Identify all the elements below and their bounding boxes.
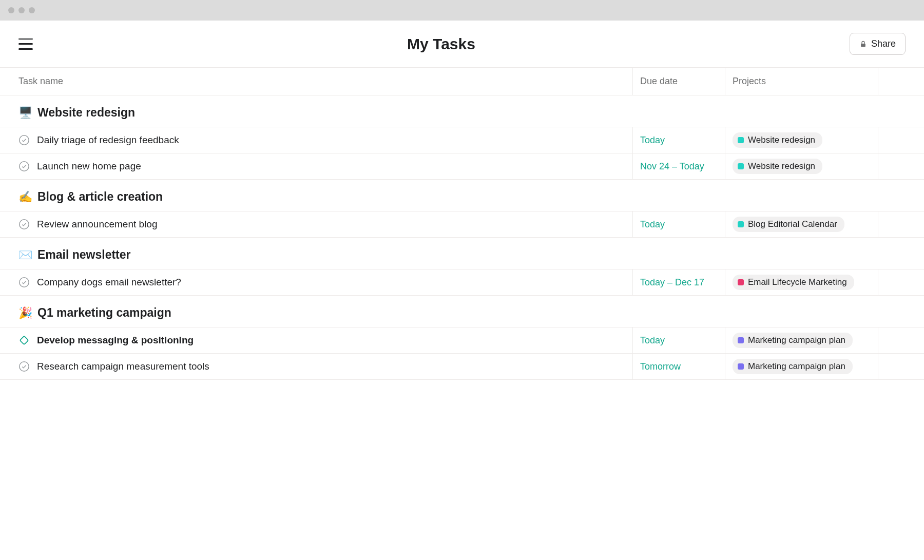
task-extra-cell[interactable] [878, 127, 924, 153]
task-project-cell[interactable]: Email Lifecycle Marketing [725, 269, 878, 295]
project-name: Marketing campaign plan [748, 335, 845, 345]
section-title: Email newsletter [37, 248, 131, 262]
section-header[interactable]: 🎉Q1 marketing campaign [0, 296, 924, 327]
check-circle-icon[interactable] [18, 277, 30, 288]
project-tag[interactable]: Website redesign [733, 159, 822, 174]
project-name: Marketing campaign plan [748, 361, 845, 372]
project-tag[interactable]: Website redesign [733, 132, 822, 148]
svg-point-6 [20, 362, 29, 371]
project-name: Blog Editorial Calendar [748, 219, 837, 229]
section-header[interactable]: ✍️Blog & article creation [0, 180, 924, 211]
task-row[interactable]: Develop messaging & positioningTodayMark… [0, 327, 924, 354]
task-due-date[interactable]: Today [632, 211, 725, 237]
task-extra-cell[interactable] [878, 269, 924, 295]
project-tag[interactable]: Email Lifecycle Marketing [733, 275, 854, 290]
section-header[interactable]: 🖥️Website redesign [0, 95, 924, 127]
task-extra-cell[interactable] [878, 354, 924, 379]
share-label: Share [871, 38, 896, 49]
window-titlebar [0, 0, 924, 21]
task-project-cell[interactable]: Marketing campaign plan [725, 327, 878, 353]
check-circle-icon[interactable] [18, 219, 30, 230]
task-due-date[interactable]: Tomorrow [632, 354, 725, 379]
column-header-extra[interactable] [878, 68, 924, 95]
check-circle-icon[interactable] [18, 361, 30, 372]
section-emoji: ✍️ [18, 190, 32, 204]
project-color-dot [738, 221, 744, 227]
task-extra-cell[interactable] [878, 153, 924, 179]
task-row[interactable]: Review announcement blogTodayBlog Editor… [0, 211, 924, 238]
project-tag[interactable]: Marketing campaign plan [733, 333, 853, 348]
project-tag[interactable]: Blog Editorial Calendar [733, 217, 844, 232]
section-title: Website redesign [37, 106, 135, 120]
table-header: Task name Due date Projects [0, 68, 924, 95]
milestone-icon[interactable] [18, 335, 30, 346]
task-due-date[interactable]: Today [632, 327, 725, 353]
project-name: Website redesign [748, 161, 815, 171]
lock-icon [859, 40, 867, 48]
check-circle-icon[interactable] [18, 134, 30, 146]
task-name: Develop messaging & positioning [37, 335, 194, 346]
svg-point-4 [20, 278, 29, 287]
task-project-cell[interactable]: Marketing campaign plan [725, 354, 878, 379]
task-name: Launch new home page [37, 161, 141, 172]
svg-rect-0 [861, 44, 865, 47]
section-emoji: 🎉 [18, 306, 32, 320]
project-color-dot [738, 137, 744, 143]
section-title: Q1 marketing campaign [37, 306, 171, 320]
task-name: Review announcement blog [37, 219, 158, 230]
task-extra-cell[interactable] [878, 327, 924, 353]
menu-button[interactable] [18, 38, 33, 50]
traffic-light-minimize[interactable] [18, 7, 25, 13]
task-extra-cell[interactable] [878, 211, 924, 237]
share-button[interactable]: Share [850, 33, 906, 55]
task-row[interactable]: Daily triage of redesign feedbackTodayWe… [0, 127, 924, 153]
task-due-date[interactable]: Today – Dec 17 [632, 269, 725, 295]
svg-point-1 [20, 136, 29, 145]
column-header-task[interactable]: Task name [0, 68, 632, 95]
check-circle-icon[interactable] [18, 161, 30, 172]
traffic-light-close[interactable] [8, 7, 14, 13]
project-name: Email Lifecycle Marketing [748, 277, 847, 287]
page-title: My Tasks [33, 35, 850, 53]
section-emoji: ✉️ [18, 248, 32, 262]
project-name: Website redesign [748, 135, 815, 145]
svg-point-3 [20, 220, 29, 229]
tasks-table: Task name Due date Projects 🖥️Website re… [0, 68, 924, 380]
project-tag[interactable]: Marketing campaign plan [733, 359, 853, 374]
traffic-light-zoom[interactable] [29, 7, 35, 13]
task-project-cell[interactable]: Website redesign [725, 153, 878, 179]
task-due-date[interactable]: Nov 24 – Today [632, 153, 725, 179]
task-due-date[interactable]: Today [632, 127, 725, 153]
task-name: Daily triage of redesign feedback [37, 134, 179, 146]
project-color-dot [738, 363, 744, 370]
section-emoji: 🖥️ [18, 106, 32, 120]
svg-rect-5 [20, 336, 29, 345]
section-title: Blog & article creation [37, 190, 163, 204]
task-row[interactable]: Research campaign measurement toolsTomor… [0, 354, 924, 380]
project-color-dot [738, 163, 744, 169]
task-project-cell[interactable]: Website redesign [725, 127, 878, 153]
column-header-due[interactable]: Due date [632, 68, 725, 95]
task-project-cell[interactable]: Blog Editorial Calendar [725, 211, 878, 237]
topbar: My Tasks Share [0, 21, 924, 68]
section-header[interactable]: ✉️Email newsletter [0, 238, 924, 269]
task-name: Research campaign measurement tools [37, 361, 209, 372]
project-color-dot [738, 337, 744, 343]
task-row[interactable]: Company dogs email newsletter?Today – De… [0, 269, 924, 296]
project-color-dot [738, 279, 744, 285]
svg-point-2 [20, 162, 29, 171]
column-header-projects[interactable]: Projects [725, 68, 878, 95]
task-row[interactable]: Launch new home pageNov 24 – TodayWebsit… [0, 153, 924, 180]
task-name: Company dogs email newsletter? [37, 277, 181, 288]
